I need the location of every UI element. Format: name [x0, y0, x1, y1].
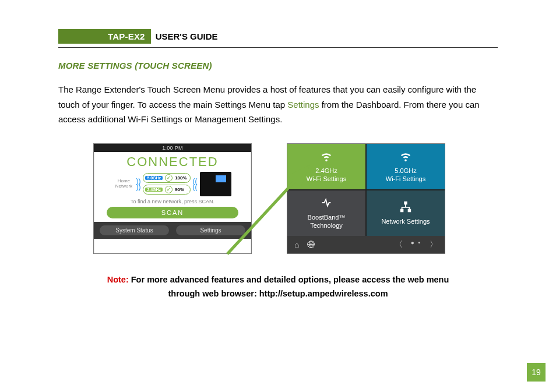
tab-system-status[interactable]: System Status — [100, 225, 169, 235]
settings-screenshot: 2.4GHz Wi-Fi Settings 5.0GHz Wi-Fi Setti… — [287, 143, 445, 254]
router-image-icon — [200, 172, 231, 196]
globe-icon[interactable]: 🌐︎ — [307, 240, 315, 249]
settings-keyword: Settings — [287, 100, 319, 110]
home-icon[interactable]: ⌂ — [294, 240, 299, 249]
tile-24ghz-line1: 2.4GHz — [315, 167, 337, 175]
band-pill-24ghz: 2.4GHz ✓ 90% — [143, 185, 190, 195]
header-bar: TAP-EX2 USER'S GUIDE — [58, 29, 498, 44]
note-line2: through web browser: http://setup.ampedw… — [168, 289, 388, 298]
chevron-right-icon[interactable]: 〉 — [430, 239, 438, 250]
band-5ghz-pct: 100% — [175, 175, 186, 181]
tile-boost-line1: BoostBand™ — [308, 214, 346, 222]
tile-boost-line2: Technology — [310, 222, 343, 230]
band-24ghz-pct: 90% — [175, 187, 184, 192]
scan-hint: To find a new network, press SCAN. — [94, 199, 251, 204]
dashboard-screenshot: 1:00 PM CONNECTED Home Network )))) 5.0G… — [93, 143, 252, 254]
wifi-icon — [318, 150, 335, 166]
product-badge: TAP-EX2 — [58, 29, 151, 44]
check-icon: ✓ — [165, 174, 173, 182]
network-icon — [397, 200, 414, 217]
note-label: Note: — [107, 275, 129, 284]
tile-24ghz-line2: Wi-Fi Settings — [307, 175, 346, 183]
tile-5ghz-line1: 5.0GHz — [395, 167, 416, 175]
page-number: 19 — [527, 363, 546, 382]
band-24ghz-label: 2.4GHz — [145, 188, 163, 192]
note-block: Note: For more advanced features and det… — [58, 273, 498, 301]
connection-status: CONNECTED — [94, 152, 251, 171]
doc-title: USER'S GUIDE — [151, 29, 223, 44]
chevron-left-icon[interactable]: 〈 — [395, 239, 403, 250]
home-network-label: Home Network — [114, 179, 133, 189]
tile-5ghz-wifi[interactable]: 5.0GHz Wi-Fi Settings — [367, 144, 445, 189]
tile-24ghz-wifi[interactable]: 2.4GHz Wi-Fi Settings — [287, 144, 365, 189]
band-5ghz-label: 5.0GHz — [145, 176, 163, 180]
intro-paragraph: The Range Extender's Touch Screen Menu p… — [58, 82, 498, 127]
pager-dots: ● • — [411, 239, 421, 250]
signal-arcs-right-icon: (((( — [193, 179, 198, 189]
tile-network-line1: Network Settings — [381, 218, 430, 226]
header-divider — [58, 47, 498, 48]
section-heading: MORE SETTINGS (TOUCH SCREEN) — [58, 61, 498, 70]
check-icon: ✓ — [165, 186, 173, 193]
tab-settings[interactable]: Settings — [176, 225, 245, 235]
wifi-icon — [397, 150, 414, 166]
boost-icon — [318, 196, 335, 213]
clock-bar: 1:00 PM — [94, 144, 251, 152]
tile-boostband[interactable]: BoostBand™ Technology — [287, 190, 365, 236]
note-line1: For more advanced features and detailed … — [129, 275, 449, 284]
scan-button[interactable]: SCAN — [107, 207, 238, 218]
tile-network-settings[interactable]: Network Settings — [367, 190, 445, 236]
band-pill-5ghz: 5.0GHz ✓ 100% — [143, 173, 190, 183]
tile-5ghz-line2: Wi-Fi Settings — [386, 175, 425, 183]
signal-arcs-left-icon: )))) — [136, 179, 140, 189]
